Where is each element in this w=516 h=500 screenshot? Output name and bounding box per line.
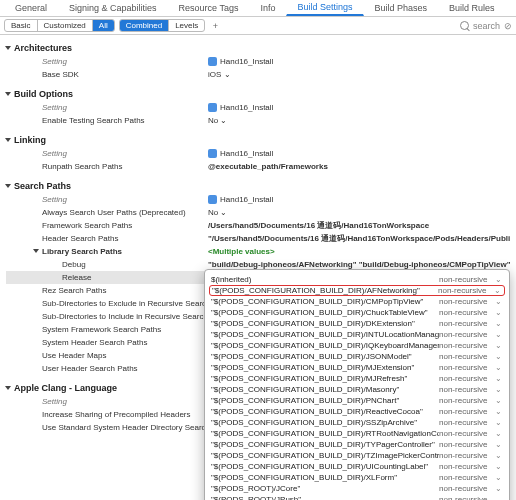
- popup-path-row[interactable]: "$(PODS_CONFIGURATION_BUILD_DIR)/ChuckTa…: [209, 307, 505, 318]
- setting-label: Framework Search Paths: [6, 221, 204, 230]
- chevron-down-icon[interactable]: ⌄: [495, 352, 503, 361]
- chevron-down-icon[interactable]: ⌄: [495, 363, 503, 372]
- tab-general[interactable]: General: [4, 1, 58, 15]
- search-icon: [460, 21, 469, 30]
- target-icon: [208, 195, 217, 204]
- view-levels[interactable]: Levels: [169, 20, 204, 31]
- setting-header-search-paths[interactable]: Header Search Paths"/Users/hand5/Documen…: [6, 232, 510, 245]
- popup-value: "$(PODS_CONFIGURATION_BUILD_DIR)/Masonry…: [211, 385, 439, 394]
- popup-value: "$(PODS_CONFIGURATION_BUILD_DIR)/INTULoc…: [211, 330, 439, 339]
- chevron-down-icon[interactable]: ⌄: [495, 330, 503, 339]
- recursive-label: non-recursive: [439, 374, 495, 383]
- column-header-setting: Setting: [6, 57, 204, 66]
- setting-label: Use Standard System Header Directory Sea…: [6, 423, 204, 432]
- chevron-down-icon[interactable]: ⌄: [495, 418, 503, 427]
- setting-always-search-user-paths[interactable]: Always Search User Paths (Deprecated)No …: [6, 206, 510, 219]
- setting-label: Debug: [6, 260, 204, 269]
- main-tabs: General Signing & Capabilities Resource …: [0, 0, 516, 17]
- view-combined[interactable]: Combined: [120, 20, 169, 31]
- clear-search-button[interactable]: ⊘: [504, 21, 512, 31]
- setting-label: Rez Search Paths: [6, 286, 204, 295]
- popup-path-row[interactable]: "$(PODS_CONFIGURATION_BUILD_DIR)/JSONMod…: [209, 351, 505, 362]
- popup-path-row[interactable]: "$(PODS_CONFIGURATION_BUILD_DIR)/Reactiv…: [209, 406, 505, 417]
- view-segment[interactable]: Combined Levels: [119, 19, 206, 32]
- popup-path-row[interactable]: "$(PODS_CONFIGURATION_BUILD_DIR)/MJExten…: [209, 362, 505, 373]
- search-field[interactable]: search ⊘: [225, 21, 512, 31]
- popup-path-row[interactable]: "$(PODS_CONFIGURATION_BUILD_DIR)/MJRefre…: [209, 373, 505, 384]
- tab-info[interactable]: Info: [249, 1, 286, 15]
- section-header-build-options[interactable]: Build Options: [6, 87, 510, 101]
- setting-value: No: [208, 116, 218, 125]
- popup-path-row[interactable]: "$(PODS_CONFIGURATION_BUILD_DIR)/RTRootN…: [209, 428, 505, 439]
- setting-base-sdk[interactable]: Base SDKiOS ⌄: [6, 68, 510, 81]
- chevron-down-icon[interactable]: ⌄: [495, 374, 503, 383]
- scope-segment[interactable]: Basic Customized All: [4, 19, 115, 32]
- popup-path-row[interactable]: "$(PODS_CONFIGURATION_BUILD_DIR)/SSZipAr…: [209, 417, 505, 428]
- disclosure-triangle-icon: [33, 249, 39, 253]
- popup-value: "$(PODS_CONFIGURATION_BUILD_DIR)/PNChart…: [211, 396, 439, 405]
- popup-path-row[interactable]: "$(PODS_CONFIGURATION_BUILD_DIR)/PNChart…: [209, 395, 505, 406]
- setting-library-search-paths[interactable]: Library Search Paths<Multiple values>: [6, 245, 510, 258]
- setting-value: <Multiple values>: [204, 247, 510, 256]
- column-header-setting: Setting: [6, 195, 204, 204]
- recursive-label: non-recursive: [439, 407, 495, 416]
- chevron-down-icon[interactable]: ⌄: [495, 308, 503, 317]
- section-header-search-paths[interactable]: Search Paths: [6, 179, 510, 193]
- popup-path-row[interactable]: "$(PODS_CONFIGURATION_BUILD_DIR)/TYPager…: [209, 439, 505, 446]
- chevron-down-icon[interactable]: ⌄: [495, 407, 503, 416]
- tab-build-settings[interactable]: Build Settings: [286, 0, 363, 16]
- setting-header-row: SettingHand16_Install: [6, 193, 510, 206]
- tab-signing[interactable]: Signing & Capabilities: [58, 1, 168, 15]
- chevron-down-icon: ⌄: [224, 70, 231, 79]
- tab-resource-tags[interactable]: Resource Tags: [168, 1, 250, 15]
- setting-value: "/Users/hand5/Documents/16 通道码/Hand16Ton…: [204, 233, 510, 244]
- recursive-label: non-recursive: [439, 275, 495, 284]
- tab-build-rules[interactable]: Build Rules: [438, 1, 506, 15]
- setting-enable-testing-search-paths[interactable]: Enable Testing Search PathsNo ⌄: [6, 114, 510, 127]
- popup-path-row[interactable]: "$(PODS_CONFIGURATION_BUILD_DIR)/CMPopTi…: [209, 296, 505, 307]
- popup-path-row[interactable]: "$(PODS_CONFIGURATION_BUILD_DIR)/DKExten…: [209, 318, 505, 329]
- section-title: Build Options: [14, 89, 73, 99]
- column-header-setting: Setting: [6, 149, 204, 158]
- section-title: Architectures: [14, 43, 72, 53]
- chevron-down-icon[interactable]: ⌄: [495, 429, 503, 438]
- section-title: Linking: [14, 135, 46, 145]
- scope-customized[interactable]: Customized: [38, 20, 93, 31]
- setting-label: System Framework Search Paths: [6, 325, 204, 334]
- section-build-options: Build Options SettingHand16_Install Enab…: [6, 87, 510, 127]
- popup-path-row[interactable]: "$(PODS_CONFIGURATION_BUILD_DIR)/INTULoc…: [209, 329, 505, 340]
- popup-path-row[interactable]: "$(PODS_CONFIGURATION_BUILD_DIR)/IQKeybo…: [209, 340, 505, 351]
- chevron-down-icon[interactable]: ⌄: [495, 275, 503, 284]
- popup-path-row[interactable]: "$(PODS_CONFIGURATION_BUILD_DIR)/Masonry…: [209, 384, 505, 395]
- chevron-down-icon[interactable]: ⌄: [495, 319, 503, 328]
- popup-inherited-row[interactable]: $(inherited) non-recursive ⌄: [209, 274, 505, 285]
- popup-value: "$(PODS_CONFIGURATION_BUILD_DIR)/MJExten…: [211, 363, 439, 372]
- chevron-down-icon[interactable]: ⌄: [495, 385, 503, 394]
- section-header-linking[interactable]: Linking: [6, 133, 510, 147]
- section-header-architectures[interactable]: Architectures: [6, 41, 510, 55]
- setting-label: Header Search Paths: [6, 234, 204, 243]
- scope-all[interactable]: All: [93, 20, 114, 31]
- add-setting-button[interactable]: +: [209, 21, 221, 31]
- library-search-paths-editor[interactable]: $(inherited) non-recursive ⌄ "$(PODS_CON…: [204, 269, 510, 446]
- setting-value: /Users/hand5/Documents/16 通道码/Hand16TonW…: [204, 220, 510, 231]
- disclosure-triangle-icon: [5, 46, 11, 50]
- tab-build-phases[interactable]: Build Phases: [364, 1, 439, 15]
- setting-label: Always Search User Paths (Deprecated): [6, 208, 204, 217]
- setting-value: iOS: [208, 70, 221, 79]
- chevron-down-icon[interactable]: ⌄: [494, 286, 502, 295]
- chevron-down-icon[interactable]: ⌄: [495, 341, 503, 350]
- recursive-label: non-recursive: [439, 429, 495, 438]
- popup-value: "$(PODS_CONFIGURATION_BUILD_DIR)/ChuckTa…: [211, 308, 439, 317]
- setting-label: User Header Search Paths: [6, 364, 204, 373]
- setting-framework-search-paths[interactable]: Framework Search Paths/Users/hand5/Docum…: [6, 219, 510, 232]
- recursive-label: non-recursive: [438, 286, 494, 295]
- recursive-label: non-recursive: [439, 363, 495, 372]
- chevron-down-icon[interactable]: ⌄: [495, 440, 503, 446]
- setting-runpath-search-paths[interactable]: Runpath Search Paths@executable_path/Fra…: [6, 160, 510, 173]
- chevron-down-icon[interactable]: ⌄: [495, 396, 503, 405]
- popup-path-row[interactable]: "$(PODS_CONFIGURATION_BUILD_DIR)/AFNetwo…: [209, 285, 505, 296]
- scope-basic[interactable]: Basic: [5, 20, 38, 31]
- chevron-down-icon[interactable]: ⌄: [495, 297, 503, 306]
- target-name: Hand16_Install: [220, 195, 273, 204]
